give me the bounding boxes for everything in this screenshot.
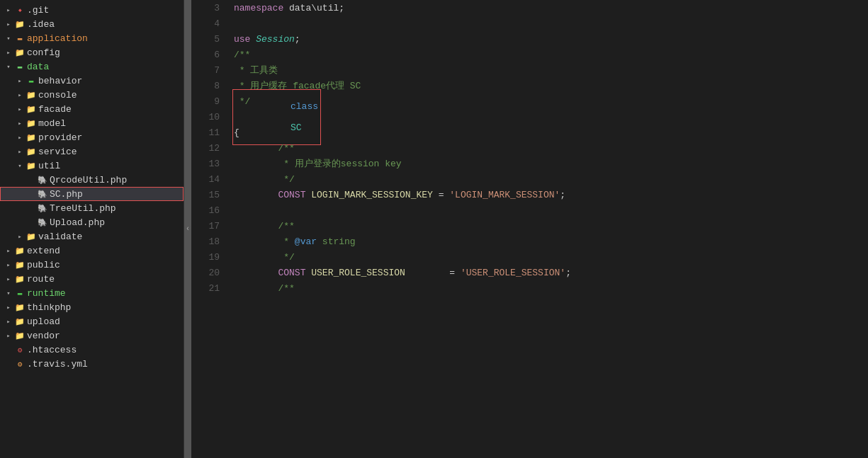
line-num-17: 17 (197, 218, 220, 234)
sidebar-item-behavior-label: behavior (38, 76, 82, 86)
sidebar-item-util-label: util (38, 161, 60, 171)
util-folder-icon: 📁 (26, 160, 37, 171)
sidebar-item-thinkphp[interactable]: 📁 thinkphp (0, 300, 184, 314)
sidebar-item-facade[interactable]: 📁 facade (0, 102, 184, 116)
line-num-11: 11 (197, 125, 220, 140)
chevron-idea (3, 18, 14, 30)
model-folder-icon: 📁 (26, 118, 37, 129)
sidebar-item-thinkphp-label: thinkphp (27, 302, 71, 313)
chevron-facade (14, 103, 26, 115)
code-line-20: CONST USER_ROLE_SESSION = 'USER_ROLE_SES… (234, 265, 868, 280)
inner-docblock-close-19: */ (234, 252, 295, 263)
file-tree[interactable]: ⬥ .git 📁 .idea ▬ application 📁 config ▬ … (0, 0, 184, 458)
line-num-14: 14 (197, 171, 220, 187)
htaccess-file-icon: ⚙ (14, 344, 26, 355)
chevron-data (3, 61, 14, 72)
sidebar-item-idea-label: .idea (27, 19, 55, 30)
chevron-thinkphp (3, 302, 14, 313)
comment-13: * 用户登录的session key (234, 157, 402, 170)
namespace-path: data\util; (283, 3, 344, 13)
sidebar-item-data[interactable]: ▬ data (0, 59, 184, 74)
sidebar-item-provider[interactable]: 📁 provider (0, 130, 184, 144)
code-content[interactable]: 3 4 5 6 7 8 9 10 11 12 13 14 15 16 17 18… (191, 0, 868, 458)
sidebar-item-public[interactable]: 📁 public (0, 258, 184, 272)
chevron-extend (3, 245, 14, 256)
code-line-6: /** (234, 47, 868, 62)
brace-open: { (234, 127, 239, 138)
space-20a (305, 268, 311, 278)
sidebar-item-upload-label: Upload.php (50, 217, 105, 228)
sidebar-item-service-label: service (38, 147, 77, 157)
application-folder-icon: ▬ (14, 33, 26, 44)
sidebar-item-treeutil[interactable]: 🐘 TreeUtil.php (0, 201, 184, 215)
session-classname: Session (256, 34, 295, 45)
console-folder-icon: 📁 (26, 89, 37, 101)
code-lines: namespace data\util; use Session ; /** *… (225, 0, 868, 458)
config-folder-icon: 📁 (14, 47, 26, 58)
code-line-12: /** (234, 140, 868, 156)
sidebar-item-data-label: data (27, 62, 49, 72)
sidebar-item-model[interactable]: 📁 model (0, 116, 184, 130)
line-numbers: 3 4 5 6 7 8 9 10 11 12 13 14 15 16 17 18… (191, 0, 225, 458)
code-editor: 3 4 5 6 7 8 9 10 11 12 13 14 15 16 17 18… (191, 0, 868, 458)
sidebar-collapse-button[interactable] (184, 0, 191, 458)
sidebar-item-vendor[interactable]: 📁 vendor (0, 328, 184, 343)
sidebar-item-extend[interactable]: 📁 extend (0, 244, 184, 258)
sidebar-item-validate[interactable]: 📁 validate (0, 229, 184, 244)
semi-15: ; (560, 190, 565, 200)
line-num-4: 4 (197, 16, 220, 31)
code-line-3: namespace data\util; (234, 0, 868, 16)
comment-7: * 工具类 (234, 64, 278, 76)
line-num-21: 21 (197, 280, 220, 296)
sidebar-item-runtime-label: runtime (27, 288, 66, 299)
sidebar-item-validate-label: validate (38, 231, 82, 242)
comment-18-type: string (317, 236, 356, 247)
sidebar-item-upload-dir-label: upload (27, 316, 60, 327)
keyword-const-15: CONST (278, 190, 305, 200)
line-num-9: 9 (197, 93, 220, 109)
sidebar-item-application[interactable]: ▬ application (0, 31, 184, 45)
keyword-class: class (291, 101, 318, 112)
sidebar-item-sc[interactable]: 🐘 SC.php (0, 187, 184, 201)
facade-folder-icon: 📁 (26, 103, 37, 115)
chevron-config (3, 47, 14, 58)
sidebar-item-config[interactable]: 📁 config (0, 45, 184, 59)
line-num-18: 18 (197, 234, 220, 249)
line-num-20: 20 (197, 265, 220, 280)
sidebar-item-service[interactable]: 📁 service (0, 144, 184, 159)
line-num-15: 15 (197, 187, 220, 202)
inner-docblock-open-12: /** (234, 143, 295, 154)
var-tag: @var (295, 236, 317, 247)
class-space (291, 112, 296, 122)
sidebar-item-upload-dir[interactable]: 📁 upload (0, 314, 184, 328)
sidebar-item-htaccess[interactable]: ⚙ .htaccess (0, 343, 184, 357)
sidebar-item-console-label: console (38, 90, 77, 101)
line-num-16: 16 (197, 202, 220, 218)
sidebar-item-route[interactable]: 📁 route (0, 272, 184, 286)
chevron-public (3, 259, 14, 270)
keyword-namespace: namespace (234, 3, 283, 13)
code-line-9: */ (234, 93, 868, 109)
class-declaration-highlight: class SC (234, 91, 320, 144)
upload-dir-folder-icon: 📁 (14, 316, 26, 327)
code-line-7: * 工具类 (234, 62, 868, 78)
space-15b: = (433, 190, 449, 200)
sidebar-item-application-label: application (27, 33, 88, 44)
sidebar-item-idea[interactable]: 📁 .idea (0, 17, 184, 31)
sidebar-item-git[interactable]: ⬥ .git (0, 3, 184, 17)
space-20b: = (405, 268, 461, 278)
sidebar-item-travis[interactable]: ⚙ .travis.yml (0, 357, 184, 371)
sidebar-item-behavior[interactable]: ▬ behavior (0, 74, 184, 88)
sidebar-item-qrcodeutil[interactable]: 🐘 QrcodeUtil.php (0, 173, 184, 187)
code-line-15: CONST LOGIN_MARK_SESSION_KEY = 'LOGIN_MA… (234, 187, 868, 202)
code-line-18: * @var string (234, 234, 868, 249)
sidebar-item-upload[interactable]: 🐘 Upload.php (0, 215, 184, 229)
idea-folder-icon: 📁 (14, 18, 26, 30)
sidebar-item-runtime[interactable]: ▬ runtime (0, 286, 184, 300)
chevron-service (14, 146, 26, 157)
git-folder-icon: ⬥ (14, 4, 26, 16)
sidebar-item-treeutil-label: TreeUtil.php (50, 203, 116, 214)
sidebar-item-console[interactable]: 📁 console (0, 88, 184, 102)
sidebar-item-util[interactable]: 📁 util (0, 159, 184, 173)
code-line-19: */ (234, 249, 868, 265)
